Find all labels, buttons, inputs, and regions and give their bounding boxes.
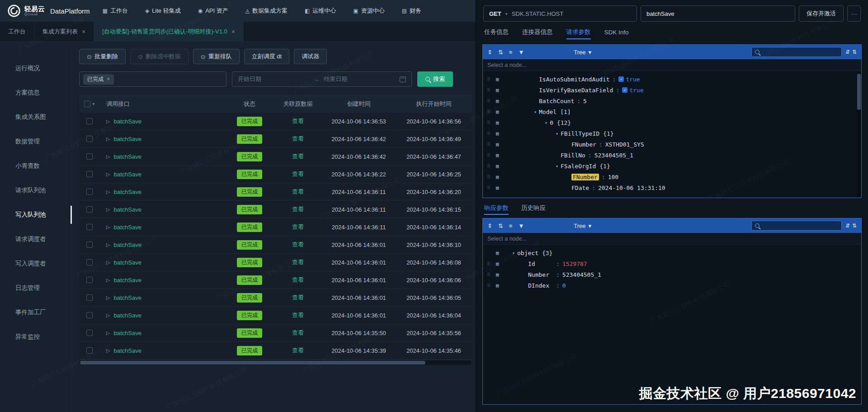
tab-request-params[interactable]: 请求参数 [566,22,591,43]
filter-icon[interactable]: ▼ [518,223,524,229]
sidebar-item-scheme-info[interactable]: 方案信息 [0,81,72,105]
method-host-select[interactable]: GET ▾ SDK.STATIC.HOST [483,5,637,22]
close-icon[interactable]: × [231,28,235,35]
nav-item-resource-center[interactable]: ▣资源中心 [353,7,384,15]
view-source-link[interactable]: 查看 [292,170,304,178]
sidebar-item-write-scheduler[interactable]: 写入调度者 [0,251,72,276]
tree-node[interactable]: ⠿▦ ▾ FNumber: XSTHD01_SYS [483,139,861,150]
row-checkbox[interactable] [86,118,93,124]
tree-node[interactable]: ⠿▦ ▾ IsAutoSubmitAndAudit: ✓true [483,74,861,85]
row-checkbox[interactable] [86,171,93,177]
sort-asc-icon[interactable]: ⇵ [845,49,850,55]
view-mode-select[interactable]: Tree ▾ [574,49,591,56]
tree-node[interactable]: ⠿▦ ▾ Number: 523404505_1 [483,269,861,280]
batch-delete-button[interactable]: ⊙批量删除 [79,49,126,64]
scrollbar-thumb[interactable] [80,361,425,365]
drag-handle-icon[interactable]: ⠿ [486,153,492,158]
tree-search-input[interactable] [751,47,842,57]
sidebar-item-request-queue[interactable]: 请求队列池 [0,178,72,203]
select-all-checkbox[interactable] [84,101,90,107]
drag-handle-icon[interactable]: ⠿ [486,109,492,114]
row-checkbox[interactable] [86,277,93,283]
tree-node[interactable]: ⠿▦ ▾ IsVerifyBaseDataField: ✓true [483,85,861,95]
dispatch-now-button[interactable]: 立刻调度 dt [244,49,289,64]
tab-task-info[interactable]: 任务信息 [484,22,509,43]
view-source-link[interactable]: 查看 [292,241,304,249]
filter-icon[interactable]: ▼ [518,49,524,56]
view-source-link[interactable]: 查看 [292,294,304,302]
sort-desc-icon[interactable]: ⇅ [852,223,857,229]
expand-all-icon[interactable]: ⇕ [487,223,492,229]
tab-response-params[interactable]: 响应参数 [484,198,509,218]
caret-down-icon[interactable]: ▾ [553,164,561,169]
debugger-button[interactable]: 调试器 [294,49,327,64]
sidebar-item-run-overview[interactable]: 运行概况 [0,56,72,81]
vertical-scrollbar-thumb[interactable] [857,74,861,110]
tree-node[interactable]: ⠿▦ ▾ FSaleOrgId {1} [483,161,861,171]
drag-handle-icon[interactable]: ⠿ [486,142,492,147]
chevron-down-icon[interactable]: ▾ [92,101,94,106]
tab-sdk-info[interactable]: SDK Info [604,22,629,43]
checkbox-checked-icon[interactable]: ✓ [618,76,624,82]
brand[interactable]: 轻易云 QCloud DataPlatform [7,4,90,18]
sidebar-item-request-scheduler[interactable]: 请求调度者 [0,227,72,251]
row-checkbox[interactable] [86,224,93,230]
nav-item-finance[interactable]: ▤财务 [402,7,421,15]
row-checkbox[interactable] [86,259,93,265]
row-checkbox[interactable] [86,153,93,160]
drag-handle-icon[interactable]: ⠿ [486,185,492,190]
caret-down-icon[interactable]: ▾ [542,120,550,125]
more-button[interactable]: ··· [847,5,861,22]
tab-scheme-list[interactable]: 集成方案列表 × [34,22,94,41]
nav-item-data-integration[interactable]: ◬数据集成方案 [245,7,288,15]
sidebar-item-xiaoqing-query[interactable]: 小青查数 [0,154,72,178]
sidebar-item-integration-graph[interactable]: 集成关系图 [0,105,72,129]
collapse-all-icon[interactable]: ⇅ [498,223,503,229]
view-source-link[interactable]: 查看 [292,329,304,337]
sort-asc-icon[interactable]: ⇵ [845,223,850,229]
tab-current-scheme[interactable]: [自动爱梨]-销售退货同步(已确认-明细对接)-V1.0 × [94,22,244,41]
drag-handle-icon[interactable]: ⠿ [486,175,492,180]
tree-node[interactable]: ⠿▦ ▾ 0 {12} [483,117,861,128]
row-checkbox[interactable] [86,189,93,195]
view-mode-select[interactable]: Tree ▾ [574,223,591,229]
tree-node[interactable]: ⠿▦ ▾ Model [1] [483,106,861,117]
caret-down-icon[interactable]: ▾ [553,131,561,136]
row-checkbox[interactable] [86,206,93,213]
row-checkbox[interactable] [86,347,93,354]
status-filter-select[interactable]: 已完成 × [79,71,226,87]
view-source-link[interactable]: 查看 [292,135,304,143]
tree-node[interactable]: ⠿▦ ▾ FNumber: 100 [483,171,861,182]
checkbox-checked-icon[interactable]: ✓ [622,87,627,93]
view-source-link[interactable]: 查看 [292,152,304,161]
sort-icon[interactable]: ≡ [509,49,513,56]
date-range-picker[interactable]: 开始日期 → 结束日期 [232,71,412,87]
row-checkbox[interactable] [86,136,93,142]
row-checkbox[interactable] [86,330,93,336]
caret-down-icon[interactable]: ▾ [532,109,539,114]
nav-item-workbench[interactable]: ▦工作台 [103,7,128,15]
caret-down-icon[interactable]: ▾ [510,251,517,256]
sidebar-item-log-management[interactable]: 日志管理 [0,276,72,300]
view-source-link[interactable]: 查看 [292,276,304,284]
tree-search-input[interactable] [751,221,842,231]
requeue-button[interactable]: ⊙重新排队 [193,49,240,64]
drag-handle-icon[interactable]: ⠿ [486,272,492,277]
tab-workbench[interactable]: 工作台 [0,22,34,41]
drag-handle-icon[interactable]: ⠿ [486,283,492,288]
view-source-link[interactable]: 查看 [292,117,304,125]
view-source-link[interactable]: 查看 [292,311,304,319]
drag-handle-icon[interactable]: ⠿ [486,120,492,125]
tag-close-icon[interactable]: × [107,76,110,82]
view-source-link[interactable]: 查看 [292,346,304,355]
view-source-link[interactable]: 查看 [292,205,304,213]
nav-item-api-assets[interactable]: ◉API 资产 [198,7,228,15]
tree-node[interactable]: ⠿▦ ▾ object {3} [483,247,861,258]
expand-all-icon[interactable]: ⇕ [487,49,492,56]
tree-node[interactable]: ⠿▦ ▾ Id: 1529787 [483,258,861,269]
sidebar-item-write-queue[interactable]: 写入队列池 [0,203,72,227]
sort-desc-icon[interactable]: ⇅ [852,49,857,55]
save-activate-button[interactable]: 保存并激活 [799,5,844,22]
tab-history-response[interactable]: 历史响应 [521,198,546,218]
sidebar-item-exception-monitor[interactable]: 异常监控 [0,325,72,349]
